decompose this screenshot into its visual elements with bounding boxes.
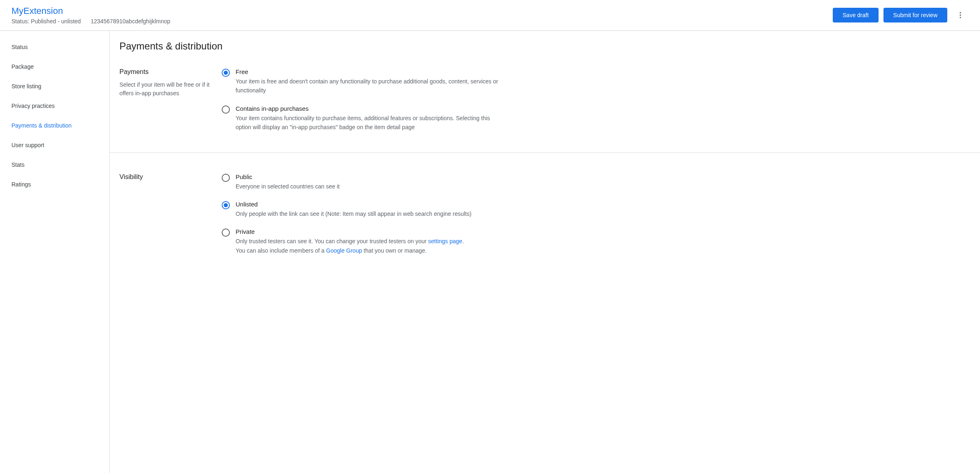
sidebar-item-package[interactable]: Package bbox=[0, 57, 109, 76]
section-left: Visibility bbox=[119, 173, 222, 255]
radio-option-free[interactable]: Free Your item is free and doesn't conta… bbox=[222, 68, 500, 95]
sidebar-item-label: Stats bbox=[11, 161, 25, 168]
section-right: Public Everyone in selected countries ca… bbox=[222, 173, 500, 255]
radio-content: Free Your item is free and doesn't conta… bbox=[236, 68, 500, 95]
radio-content: Contains in-app purchases Your item cont… bbox=[236, 105, 500, 132]
sidebar-item-ratings[interactable]: Ratings bbox=[0, 175, 109, 194]
save-draft-button[interactable]: Save draft bbox=[833, 8, 879, 22]
radio-content: Private Only trusted testers can see it.… bbox=[236, 228, 500, 255]
sidebar-item-label: Payments & distribution bbox=[11, 122, 72, 129]
sidebar-item-label: Package bbox=[11, 63, 34, 70]
section-left: Payments Select if your item will be fre… bbox=[119, 68, 222, 132]
desc-text: that you own or manage. bbox=[362, 247, 427, 254]
radio-option-iap[interactable]: Contains in-app purchases Your item cont… bbox=[222, 105, 500, 132]
payments-section: Payments Select if your item will be fre… bbox=[110, 68, 980, 153]
sidebar-item-user-support[interactable]: User support bbox=[0, 135, 109, 155]
radio-input[interactable] bbox=[222, 105, 230, 114]
section-title: Visibility bbox=[119, 173, 212, 181]
sidebar: Status Package Store listing Privacy pra… bbox=[0, 31, 110, 473]
sidebar-item-label: User support bbox=[11, 142, 44, 148]
desc-text: . bbox=[462, 238, 464, 244]
status-text: Status: Published - unlisted bbox=[11, 18, 81, 25]
sidebar-item-status[interactable]: Status bbox=[0, 37, 109, 57]
radio-input[interactable] bbox=[222, 229, 230, 237]
radio-label: Public bbox=[236, 173, 500, 180]
radio-desc: Everyone in selected countries can see i… bbox=[236, 182, 500, 191]
radio-option-unlisted[interactable]: Unlisted Only people with the link can s… bbox=[222, 201, 500, 218]
radio-label: Contains in-app purchases bbox=[236, 105, 500, 112]
radio-desc: Only people with the link can see it (No… bbox=[236, 209, 500, 218]
header-left: MyExtension Status: Published - unlisted… bbox=[11, 6, 170, 25]
submit-review-button[interactable]: Submit for review bbox=[883, 8, 947, 22]
radio-label: Free bbox=[236, 68, 500, 75]
main-content: Payments & distribution Payments Select … bbox=[110, 31, 980, 473]
section-title: Payments bbox=[119, 68, 212, 76]
app-title[interactable]: MyExtension bbox=[11, 6, 170, 16]
google-group-link[interactable]: Google Group bbox=[326, 247, 362, 254]
radio-content: Public Everyone in selected countries ca… bbox=[236, 173, 500, 191]
radio-desc: Only trusted testers can see it. You can… bbox=[236, 237, 500, 255]
radio-content: Unlisted Only people with the link can s… bbox=[236, 201, 500, 218]
header: MyExtension Status: Published - unlisted… bbox=[0, 0, 980, 31]
svg-point-0 bbox=[960, 12, 961, 13]
settings-page-link[interactable]: settings page bbox=[428, 238, 462, 244]
sidebar-item-privacy[interactable]: Privacy practices bbox=[0, 96, 109, 116]
extension-id: 12345678910abcdefghijklmnop bbox=[91, 18, 171, 25]
sidebar-item-label: Ratings bbox=[11, 181, 31, 188]
radio-input[interactable] bbox=[222, 174, 230, 182]
header-right: Save draft Submit for review bbox=[833, 7, 969, 23]
more-options-button[interactable] bbox=[952, 7, 969, 23]
radio-desc: Your item contains functionality to purc… bbox=[236, 114, 500, 132]
sidebar-item-label: Store listing bbox=[11, 83, 41, 90]
sidebar-item-label: Privacy practices bbox=[11, 103, 55, 109]
more-vert-icon bbox=[956, 11, 964, 19]
sidebar-item-stats[interactable]: Stats bbox=[0, 155, 109, 175]
desc-text: Only trusted testers can see it. You can… bbox=[236, 238, 428, 244]
section-right: Free Your item is free and doesn't conta… bbox=[222, 68, 500, 132]
sidebar-item-label: Status bbox=[11, 44, 28, 50]
radio-desc: Your item is free and doesn't contain an… bbox=[236, 77, 500, 95]
radio-input[interactable] bbox=[222, 201, 230, 209]
sidebar-item-store-listing[interactable]: Store listing bbox=[0, 76, 109, 96]
section-desc: Select if your item will be free or if i… bbox=[119, 81, 212, 98]
svg-point-2 bbox=[960, 17, 961, 18]
radio-option-public[interactable]: Public Everyone in selected countries ca… bbox=[222, 173, 500, 191]
sidebar-item-payments-distribution[interactable]: Payments & distribution bbox=[0, 116, 109, 135]
svg-point-1 bbox=[960, 14, 961, 16]
radio-option-private[interactable]: Private Only trusted testers can see it.… bbox=[222, 228, 500, 255]
page-title: Payments & distribution bbox=[110, 40, 980, 68]
header-meta: Status: Published - unlisted 12345678910… bbox=[11, 18, 170, 25]
layout: Status Package Store listing Privacy pra… bbox=[0, 31, 980, 473]
radio-label: Unlisted bbox=[236, 201, 500, 208]
desc-text: You can also include members of a bbox=[236, 247, 326, 254]
radio-label: Private bbox=[236, 228, 500, 235]
radio-input[interactable] bbox=[222, 69, 230, 77]
visibility-section: Visibility Public Everyone in selected c… bbox=[110, 173, 980, 276]
